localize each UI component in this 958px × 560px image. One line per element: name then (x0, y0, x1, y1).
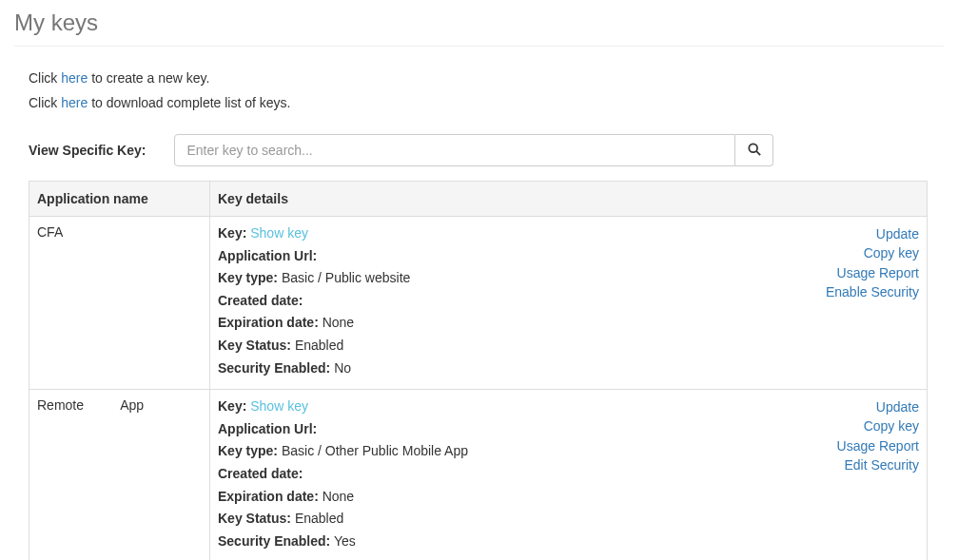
keys-table: Application name Key details CFA Key: Sh… (29, 181, 928, 560)
label: Created date: (218, 293, 303, 308)
table-row: Remote App Key: Show key Application Url… (29, 390, 928, 560)
value: Basic / Public website (282, 270, 410, 285)
key-details-cell: Key: Show key Application Url: Key type:… (210, 217, 928, 390)
usage-report-link[interactable]: Usage Report (826, 263, 919, 282)
detail-expiration: Expiration date: None (218, 488, 919, 507)
search-input[interactable] (174, 134, 735, 166)
label: Key type: (218, 443, 278, 458)
value: Enabled (295, 511, 343, 526)
search-row: View Specific Key: (29, 134, 944, 166)
value: None (323, 315, 354, 330)
detail-created: Created date: (218, 292, 919, 311)
value: Enabled (295, 338, 343, 353)
label: Key type: (218, 270, 278, 285)
app-name-cell: Remote App (29, 390, 210, 560)
create-key-line: Click here to create a new key. (29, 70, 944, 86)
table-row: CFA Key: Show key Application Url: Key t… (29, 217, 928, 390)
text: to download complete list of keys. (88, 95, 290, 110)
search-icon (748, 143, 761, 159)
value: Yes (334, 533, 356, 549)
key-details-cell: Key: Show key Application Url: Key type:… (210, 390, 928, 560)
app-name-cell: CFA (29, 217, 210, 390)
row-actions: Update Copy key Usage Report Enable Secu… (826, 224, 919, 301)
label: Expiration date: (218, 489, 319, 504)
download-keys-line: Click here to download complete list of … (29, 95, 944, 110)
create-key-link[interactable]: here (61, 70, 88, 86)
security-link[interactable]: Edit Security (837, 455, 919, 474)
col-app-name: Application name (29, 182, 210, 217)
search-label: View Specific Key: (29, 143, 146, 158)
label: Created date: (218, 466, 303, 481)
detail-key: Key: Show key (218, 224, 919, 243)
label: Expiration date: (218, 315, 319, 330)
details-list: Key: Show key Application Url: Key type:… (218, 397, 919, 550)
text: to create a new key. (88, 70, 209, 86)
detail-app-url: Application Url: (218, 420, 919, 439)
table-header-row: Application name Key details (29, 182, 928, 217)
update-link[interactable]: Update (826, 224, 919, 243)
detail-security: Security Enabled: No (218, 359, 919, 378)
divider (14, 46, 944, 47)
label: Application Url: (218, 248, 317, 263)
detail-created: Created date: (218, 465, 919, 484)
col-key-details: Key details (210, 182, 928, 217)
label: Security Enabled: (218, 533, 330, 549)
label: Key Status: (218, 338, 291, 353)
detail-security: Security Enabled: Yes (218, 532, 919, 551)
search-group (174, 134, 773, 166)
text: Click (29, 95, 61, 110)
label: Key: (218, 398, 246, 414)
detail-key: Key: Show key (218, 397, 919, 416)
show-key-link[interactable]: Show key (250, 225, 308, 241)
page-title: My keys (14, 10, 944, 36)
details-list: Key: Show key Application Url: Key type:… (218, 224, 919, 377)
label: Security Enabled: (218, 360, 330, 376)
detail-app-url: Application Url: (218, 247, 919, 266)
value: Basic / Other Public Mobile App (282, 443, 468, 458)
usage-report-link[interactable]: Usage Report (837, 436, 919, 455)
detail-expiration: Expiration date: None (218, 314, 919, 333)
text: Click (29, 70, 61, 86)
label: Application Url: (218, 421, 317, 436)
show-key-link[interactable]: Show key (250, 398, 308, 414)
detail-key-type: Key type: Basic / Public website (218, 269, 919, 288)
svg-point-0 (749, 144, 757, 152)
detail-key-type: Key type: Basic / Other Public Mobile Ap… (218, 442, 919, 461)
copy-key-link[interactable]: Copy key (837, 416, 919, 435)
detail-status: Key Status: Enabled (218, 510, 919, 529)
label: Key Status: (218, 511, 291, 526)
detail-status: Key Status: Enabled (218, 337, 919, 356)
security-link[interactable]: Enable Security (826, 282, 919, 301)
download-keys-link[interactable]: here (61, 95, 88, 110)
label: Key: (218, 225, 246, 241)
value: No (334, 360, 351, 376)
update-link[interactable]: Update (837, 397, 919, 416)
row-actions: Update Copy key Usage Report Edit Securi… (837, 397, 919, 474)
search-button[interactable] (735, 134, 773, 166)
copy-key-link[interactable]: Copy key (826, 243, 919, 262)
svg-line-1 (756, 151, 760, 155)
value: None (323, 489, 354, 504)
